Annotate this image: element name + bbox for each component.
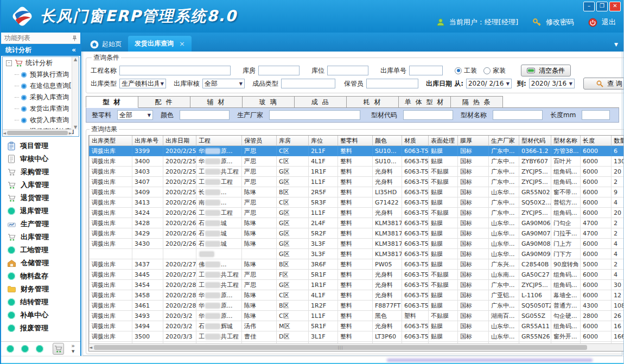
tree-vertical-scrollbar[interactable]: ▲▼ — [72, 57, 79, 130]
sidebar-item-物料盘存[interactable]: 物料盘存 — [1, 270, 80, 283]
table-row[interactable]: 调拨出库34932020/3/2华原...陈琳C区1L1F整料黑色塑料不贴膜国标… — [90, 311, 624, 321]
material-tab-6[interactable]: 耗 材 — [347, 96, 399, 108]
column-header-材质[interactable]: 材质 — [402, 136, 429, 146]
clear-conditions-button[interactable]: 清空条件 — [521, 65, 571, 76]
table-row[interactable]: 调拨出库34072020/2/25工工程严思G区1L1F整料光身料6063-T5… — [90, 177, 624, 187]
table-row[interactable]: 调拨出库34032020/2/25工共工程严思G区1R1F整料光身料6063-T… — [90, 167, 624, 177]
sidebar-item-退库管理[interactable]: 退库管理 — [1, 205, 80, 218]
project-name-input[interactable] — [119, 66, 231, 75]
tree-expander-icon[interactable]: - — [6, 60, 12, 66]
table-row[interactable]: 调拨出库34092020/2/25长...陈琳B区2R5F整料LI35HD606… — [90, 187, 624, 197]
maximize-button[interactable]: ❐ — [596, 2, 608, 11]
table-row[interactable]: 调拨出库34612020/2/28华原...陈琳B区1R2F整料F8877FT6… — [90, 301, 624, 311]
sidebar-item-生产管理[interactable]: 生产管理 — [1, 218, 80, 231]
radio-gongzhuang[interactable]: 工装 — [455, 66, 477, 75]
color-input[interactable] — [180, 110, 230, 120]
outbound-type-select[interactable]: 生产领料出库▼ — [119, 79, 166, 88]
audit-select[interactable]: 全部▼ — [202, 79, 245, 88]
date-to-picker[interactable]: 2020/ 3/16▼ — [529, 79, 575, 88]
warehouse-input[interactable] — [258, 66, 300, 75]
radio-jiazhuang[interactable]: 家装 — [483, 66, 506, 75]
column-header-库位[interactable]: 库位 — [309, 136, 338, 146]
column-header-出库单号[interactable]: 出库单号 — [132, 136, 163, 146]
change-password-link[interactable]: 修改密码 — [546, 17, 574, 27]
close-button[interactable]: ✕ — [609, 2, 621, 11]
table-row[interactable]: 调拨出库34132020/2/26南...严思C区5R3F整料G71422606… — [90, 197, 624, 208]
sidebar-item-结转管理[interactable]: 结转管理 — [1, 296, 80, 309]
sidebar-item-项目管理[interactable]: 项目管理 — [1, 139, 80, 152]
sidebar-item-财务管理[interactable]: 财务管理 — [1, 283, 80, 296]
collapse-icon[interactable]: « — [72, 46, 76, 54]
grid-horizontal-scrollbar[interactable]: ◄ ||| ► — [89, 343, 624, 351]
horizontal-scroll-thumb[interactable]: ||| — [94, 345, 587, 350]
column-header-表面处理[interactable]: 表面处理 — [429, 136, 458, 146]
column-header-颜色[interactable]: 颜色 — [373, 136, 402, 146]
product-type-input[interactable] — [281, 79, 335, 88]
sidebar-item-采购管理[interactable]: 采购管理 — [1, 165, 80, 178]
table-row[interactable]: 调拨出库34282020/2/26石城陈琳G区2L4F整料KLM38176063… — [90, 218, 624, 228]
date-from-picker[interactable]: 2020/ 2/16▼ — [466, 79, 512, 88]
tree-item[interactable]: 发货出库查询 — [3, 103, 79, 114]
material-tab-7[interactable]: 单 体 型 材 — [399, 96, 451, 108]
sidebar-item-仓储管理[interactable]: 仓储管理 — [1, 257, 80, 270]
profile-code-input[interactable] — [403, 110, 453, 120]
table-row[interactable]: 调拨出库34292020/2/26石城陈琳G区5R2F整料KLM38176063… — [90, 228, 624, 239]
tree-item[interactable]: 在途信息查询[待 — [3, 80, 79, 92]
collapsed-module-icon[interactable] — [36, 345, 43, 353]
column-header-出库日期[interactable]: 出库日期 — [163, 136, 196, 146]
material-tab-4[interactable]: 玻 璃 — [243, 96, 295, 108]
table-row[interactable]: 调拨出库34002020/2/25华原...严思C区4L1F整料SU10...6… — [90, 156, 624, 167]
column-header-库房[interactable]: 库房 — [277, 136, 309, 146]
order-no-input[interactable] — [409, 66, 443, 75]
column-header-膜厚[interactable]: 膜厚 — [458, 136, 489, 146]
material-tab-3[interactable]: 辅 材 — [190, 96, 243, 108]
sidebar-item-出库管理[interactable]: 出库管理 — [1, 231, 80, 244]
collapsed-module-icon[interactable] — [21, 345, 29, 353]
column-header-型材名称[interactable]: 型材名称 — [551, 136, 581, 146]
tree-horizontal-scrollbar[interactable]: ◄► — [3, 129, 72, 136]
tree-item[interactable]: 预算执行查询 — [3, 69, 79, 80]
tab-shipment-query[interactable]: 发货出库查询 × — [128, 36, 192, 52]
sidebar-item-入库管理[interactable]: 入库管理 — [1, 178, 80, 191]
sidebar-item-工地管理[interactable]: 工地管理 — [1, 244, 80, 257]
pin-icon[interactable] — [72, 35, 77, 41]
table-row[interactable]: G区3L3F整料KLM38176063-T5贴膜国标山东华...GA90M09.… — [90, 249, 624, 259]
table-row[interactable]: 调拨出库34582020/2/28华原...陈琳C区4L1F整料光身料6063-… — [90, 290, 624, 301]
table-row[interactable]: 调拨出库33992020/2/25华原...严思C区2L1F整料SU10...6… — [90, 146, 624, 156]
column-header-整零料[interactable]: 整零料 — [338, 136, 373, 146]
table-row[interactable]: 调拨出库34302020/2/26石城陈琳G区3L3F整料KLM38176063… — [90, 239, 624, 249]
tree-item[interactable]: 采购入库查询 — [3, 92, 79, 103]
tab-home[interactable]: 起始页 — [84, 37, 128, 52]
tree-item[interactable]: 收货入库查询 — [3, 114, 79, 126]
column-header-保管员[interactable]: 保管员 — [242, 136, 277, 146]
logout-link[interactable]: 退出 — [602, 17, 616, 27]
column-header-型材代码[interactable]: 型材代码 — [519, 136, 551, 146]
tab-list-caret-icon[interactable]: ▼ — [614, 42, 618, 47]
column-header-工程[interactable]: 工程 — [196, 136, 242, 146]
material-tab-2[interactable]: 配 件 — [138, 96, 190, 108]
sidebar-item-退货管理[interactable]: 退货管理 — [1, 191, 80, 205]
sidebar-item-补单中心[interactable]: 补单中心 — [1, 309, 80, 322]
profile-name-input[interactable] — [493, 110, 543, 120]
column-header-数量[interactable]: 数量 — [612, 136, 624, 146]
sidebar-item-审核中心[interactable]: 审核中心 — [1, 152, 80, 165]
tab-close-icon[interactable]: × — [179, 40, 185, 48]
location-input[interactable] — [327, 66, 368, 75]
cart-module-button[interactable] — [53, 343, 64, 355]
sidebar-item-报废管理[interactable]: 报废管理 — [1, 322, 80, 335]
whole-piece-select[interactable]: 全部▼ — [117, 110, 153, 120]
maker-input[interactable] — [269, 110, 360, 120]
keeper-input[interactable] — [366, 79, 418, 88]
sidebar-section-header[interactable]: 统计分析 « — [1, 44, 80, 56]
column-header-出库类型[interactable]: 出库类型 — [90, 136, 132, 146]
scroll-left-icon[interactable]: ◄ — [89, 345, 92, 350]
overflow-chevron[interactable]: »▼ — [71, 343, 75, 354]
search-button[interactable]: 查 询 — [583, 78, 624, 90]
material-tab-8[interactable]: 隔 热 条 — [451, 96, 503, 108]
material-tab-5[interactable]: 成 品 — [295, 96, 347, 108]
table-row[interactable]: 调拨出库34242020/2/26工工程严思G区1L1F整料光身料6063-T5… — [90, 208, 624, 218]
length-input[interactable] — [582, 110, 610, 120]
table-row[interactable]: 调拨出库35002020/3/3工共工程曹佳D区3L1F整料LT3P606063… — [90, 331, 624, 342]
tree-root[interactable]: - 统计分析 — [3, 57, 79, 69]
column-header-长度[interactable]: 长度 — [581, 136, 612, 146]
